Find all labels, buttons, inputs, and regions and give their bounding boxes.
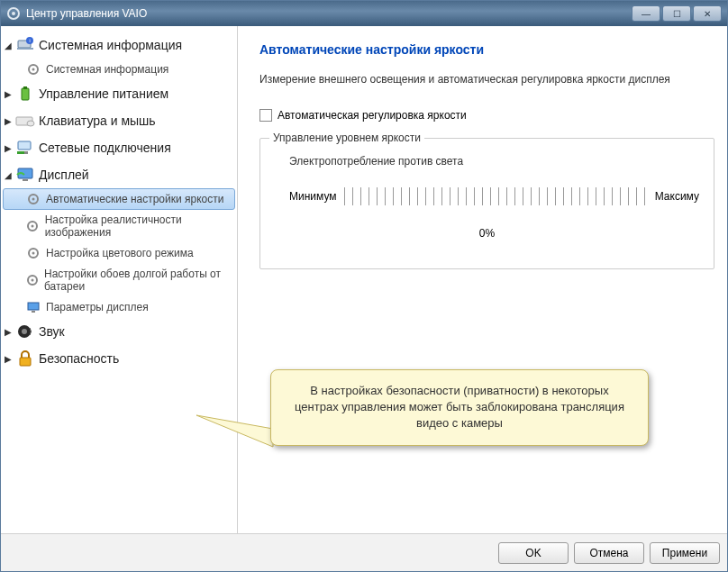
svg-rect-26 [32, 311, 35, 313]
titlebar[interactable]: Центр управления VAIO — ☐ ✕ [1, 1, 727, 26]
apply-button[interactable]: Примени [650, 542, 720, 564]
chevron-right-icon: ▶ [5, 89, 15, 99]
sidebar-item-security[interactable]: ▶ Безопасность [3, 345, 235, 372]
sidebar-sub-brightness[interactable]: Автоматические настройки яркости [3, 188, 235, 210]
speaker-icon [15, 322, 35, 341]
sidebar-item-system-info[interactable]: ◢ i Системная информация [3, 32, 235, 59]
sidebar-item-label: Клавиатура и мышь [39, 113, 156, 128]
chevron-right-icon: ▶ [5, 143, 15, 153]
gear-icon [26, 219, 40, 233]
keyboard-icon [15, 111, 35, 131]
svg-point-22 [32, 252, 35, 255]
sidebar-item-keyboard[interactable]: ▶ Клавиатура и мышь [3, 107, 235, 134]
svg-rect-16 [23, 179, 28, 181]
network-icon [15, 138, 35, 158]
sidebar-sub-color[interactable]: Настройка цветового режима [3, 242, 235, 264]
battery-icon [15, 84, 35, 104]
sidebar-sub-realistic[interactable]: Настройка реалистичности изображения [3, 210, 235, 242]
brightness-group: Управление уровнем яркости Электропотреб… [259, 138, 714, 269]
sidebar-item-display[interactable]: ◢ Дисплей [3, 161, 235, 188]
svg-rect-12 [18, 141, 31, 150]
sidebar-item-network[interactable]: ▶ Сетевые подключения [3, 134, 235, 161]
svg-point-11 [27, 121, 34, 126]
sidebar-item-label: Системная информация [46, 63, 168, 76]
svg-rect-25 [28, 303, 39, 310]
section-description: Измерение внешнего освещения и автоматич… [259, 73, 714, 86]
svg-rect-3 [17, 48, 33, 50]
sidebar-item-label: Автоматические настройки яркости [46, 193, 223, 205]
svg-rect-13 [17, 151, 24, 154]
main-panel: Автоматические настройки яркости Измерен… [238, 26, 727, 533]
sidebar-item-label: Настройка реалистичности изображения [45, 213, 233, 239]
auto-brightness-checkbox-row[interactable]: Автоматическая регулировка яркости [259, 109, 714, 122]
sidebar-sub-wallpaper[interactable]: Настройки обоев долгой работы от батареи [3, 264, 235, 296]
gear-icon [26, 246, 41, 260]
slider-min-label: Минимум [289, 190, 337, 203]
chevron-down-icon: ◢ [5, 41, 15, 50]
brightness-slider[interactable] [344, 187, 648, 205]
laptop-icon: i [15, 35, 35, 55]
svg-point-1 [12, 12, 15, 15]
chevron-down-icon: ◢ [5, 170, 15, 180]
chevron-right-icon: ▶ [5, 116, 15, 126]
gear-icon [26, 192, 41, 206]
minimize-button[interactable]: — [632, 5, 660, 22]
svg-point-24 [32, 279, 34, 282]
sidebar-item-label: Безопасность [39, 351, 119, 366]
svg-rect-29 [20, 358, 31, 366]
sidebar-sub-display-params[interactable]: Параметры дисплея [3, 296, 235, 318]
gear-icon [26, 273, 39, 287]
close-button[interactable]: ✕ [693, 5, 722, 22]
svg-point-20 [32, 225, 34, 228]
sidebar-item-label: Настройки обоев долгой работы от батареи [44, 268, 233, 293]
svg-rect-8 [22, 88, 29, 100]
monitor-icon [26, 300, 41, 314]
svg-rect-14 [24, 151, 28, 154]
sidebar-item-label: Сетевые подключения [39, 141, 171, 155]
slider-max-label: Максиму [655, 190, 699, 203]
group-title: Управление уровнем яркости [269, 132, 424, 144]
sidebar-item-label: Звук [39, 324, 65, 339]
svg-rect-9 [23, 86, 27, 89]
chevron-right-icon: ▶ [5, 354, 15, 364]
window-title: Центр управления VAIO [26, 7, 147, 20]
gear-icon [26, 62, 41, 77]
sidebar-item-label: Настройка цветового режима [46, 247, 194, 259]
sidebar-item-label: Дисплей [39, 168, 89, 182]
sidebar-item-sound[interactable]: ▶ Звук [3, 318, 235, 345]
svg-point-28 [22, 329, 27, 334]
sidebar-item-power[interactable]: ▶ Управление питанием [3, 80, 235, 107]
section-title: Автоматические настройки яркости [259, 42, 714, 57]
sidebar: ◢ i Системная информация Системная инфор… [1, 26, 238, 533]
sidebar-item-label: Управление питанием [39, 86, 168, 101]
checkbox-label: Автоматическая регулировка яркости [278, 109, 467, 122]
cancel-button[interactable]: Отмена [574, 542, 644, 564]
maximize-button[interactable]: ☐ [662, 5, 691, 22]
svg-text:i: i [29, 38, 30, 43]
sidebar-item-label: Системная информация [39, 38, 182, 52]
ok-button[interactable]: OK [498, 542, 569, 564]
chevron-right-icon: ▶ [5, 327, 15, 337]
callout-text: В настройках безопасности (приватности) … [295, 384, 624, 430]
app-window: Центр управления VAIO — ☐ ✕ ◢ i Системна… [0, 0, 728, 572]
monitor-icon [15, 165, 35, 185]
annotation-callout: В настройках безопасности (приватности) … [270, 369, 649, 446]
svg-point-7 [32, 68, 35, 71]
sidebar-sub-system-info[interactable]: Системная информация [3, 59, 235, 80]
slider-percent: 0% [275, 227, 699, 240]
button-bar: OK Отмена Примени [1, 533, 727, 571]
svg-point-18 [32, 198, 35, 201]
checkbox[interactable] [259, 109, 272, 122]
app-icon [6, 6, 21, 21]
sidebar-item-label: Параметры дисплея [46, 301, 149, 313]
lock-icon [15, 349, 35, 368]
power-vs-light-label: Электропотребление против света [275, 155, 699, 168]
